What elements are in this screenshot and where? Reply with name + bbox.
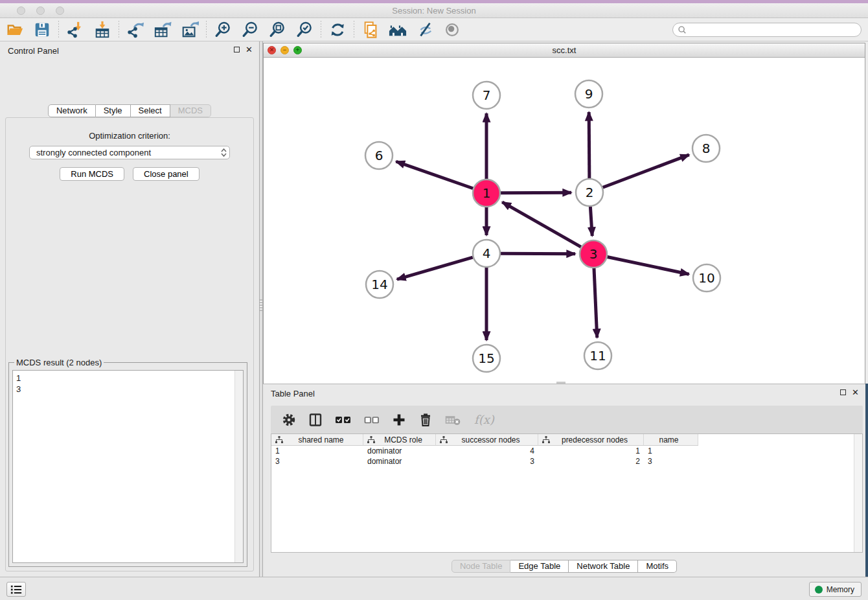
function-builder-button[interactable]: f(x) — [474, 413, 494, 426]
optimization-criterion-select[interactable]: strongly connected component — [29, 146, 230, 159]
column-header-successor-nodes[interactable]: successor nodes — [436, 434, 538, 446]
network-graph[interactable]: 7968124314101511 — [264, 58, 865, 384]
table-cell[interactable]: 4 — [436, 446, 538, 456]
edge-1-6[interactable] — [396, 161, 473, 189]
new-network-from-file-button[interactable] — [361, 20, 380, 40]
table-cell[interactable]: dominator — [363, 446, 436, 456]
tab-network[interactable]: Network — [48, 104, 96, 117]
desktop-edge-right — [865, 384, 868, 600]
network-file-icon — [361, 21, 380, 39]
column-header-label: MCDS role — [375, 435, 435, 444]
tab-motifs[interactable]: Motifs — [638, 560, 677, 573]
zoom-out-button[interactable] — [240, 20, 260, 40]
run-mcds-button[interactable]: Run MCDS — [60, 167, 124, 181]
zoom-selected-button[interactable] — [295, 20, 314, 40]
table-cell[interactable]: 3 — [644, 456, 698, 467]
delete-column-button[interactable] — [418, 413, 433, 427]
float-panel-icon[interactable] — [234, 47, 240, 52]
unselect-all-columns-button[interactable] — [364, 413, 380, 427]
show-task-history-button[interactable] — [6, 582, 26, 597]
tab-select[interactable]: Select — [131, 104, 170, 117]
attribute-tree-icon — [542, 436, 550, 443]
network-canvas[interactable]: 7968124314101511 — [264, 58, 865, 384]
export-network-button[interactable] — [126, 20, 145, 40]
tab-node-table[interactable]: Node Table — [451, 560, 511, 573]
table-cell[interactable]: 1 — [538, 446, 644, 456]
close-panel-button[interactable]: Close panel — [133, 167, 200, 181]
show-column-button[interactable] — [308, 413, 323, 427]
import-network-button[interactable] — [65, 20, 85, 40]
open-session-button[interactable] — [5, 20, 25, 40]
tab-network-table[interactable]: Network Table — [569, 560, 638, 573]
toolbar-separator — [206, 21, 207, 39]
export-image-button[interactable] — [180, 20, 200, 40]
close-table-panel-icon[interactable]: ✕ — [852, 389, 859, 396]
zoom-in-button[interactable] — [213, 20, 233, 40]
edge-2-3[interactable] — [590, 207, 592, 236]
attribute-tree-icon — [440, 436, 448, 443]
column-header-name[interactable]: name — [644, 434, 698, 446]
export-image-icon — [181, 21, 199, 39]
add-column-button[interactable] — [392, 413, 406, 427]
cyndex-browser-button[interactable] — [388, 20, 407, 40]
zoom-fit-button[interactable] — [268, 20, 287, 40]
import-network-icon — [66, 21, 84, 39]
result-scrollbar[interactable] — [234, 371, 243, 562]
selected-option-label: strongly connected component — [36, 148, 151, 157]
node-label-7: 7 — [483, 87, 491, 103]
float-table-panel-icon[interactable] — [840, 389, 846, 395]
status-bar: Memory — [0, 577, 868, 600]
table-panel: Table Panel ✕ — [263, 384, 865, 577]
export-table-button[interactable] — [153, 20, 172, 40]
hide-panel-eye-button[interactable] — [415, 20, 435, 40]
splitter-grip[interactable] — [260, 299, 262, 311]
table-row[interactable]: 1dominator411 — [271, 446, 862, 456]
attribute-tree-icon — [367, 436, 375, 443]
toolbar-separator — [119, 21, 119, 39]
table-body: 1dominator4113dominator323 — [271, 446, 862, 467]
import-table-button[interactable] — [93, 20, 112, 40]
plus-icon — [392, 413, 406, 427]
tab-style[interactable]: Style — [96, 104, 131, 117]
eye-icon — [443, 21, 461, 39]
refresh-view-button[interactable] — [328, 20, 347, 40]
edge-3-11[interactable] — [594, 268, 597, 338]
delete-table-button[interactable] — [445, 413, 462, 427]
table-cell[interactable]: 2 — [538, 456, 644, 467]
edge-3-10[interactable] — [608, 257, 689, 275]
session-title: Session: New Session — [0, 6, 868, 16]
select-all-columns-button[interactable] — [335, 413, 352, 427]
edge-3-1[interactable] — [502, 202, 581, 247]
table-options-gear-button[interactable] — [282, 413, 296, 427]
network-window-titlebar[interactable]: ✕ − + scc.txt — [264, 43, 865, 58]
edge-4-14[interactable] — [397, 257, 473, 279]
node-label-15: 15 — [478, 351, 494, 366]
memory-button[interactable]: Memory — [809, 582, 862, 597]
table-cell[interactable]: 1 — [271, 446, 363, 456]
edge-2-8[interactable] — [603, 155, 689, 187]
search-box[interactable] — [672, 23, 862, 37]
column-header-shared-name[interactable]: shared name — [271, 434, 363, 446]
edge-4-3[interactable] — [501, 253, 575, 254]
edge-2-9[interactable] — [589, 112, 589, 178]
tab-mcds[interactable]: MCDS — [170, 104, 211, 117]
table-cell[interactable]: 3 — [436, 456, 538, 467]
search-input[interactable] — [687, 24, 861, 36]
show-eye-button[interactable] — [442, 20, 462, 40]
mcds-result-textarea[interactable]: 1 3 — [12, 370, 244, 563]
table-cell[interactable]: dominator — [363, 456, 436, 467]
close-panel-icon[interactable]: ✕ — [246, 46, 253, 53]
edge-1-2[interactable] — [501, 192, 571, 193]
table-scrollbar[interactable] — [854, 434, 862, 552]
table-row[interactable]: 3dominator323 — [271, 456, 862, 467]
save-session-button[interactable] — [32, 20, 52, 40]
node-label-11: 11 — [589, 348, 606, 363]
table-tabs: Node TableEdge TableNetwork TableMotifs — [263, 560, 865, 573]
tab-edge-table[interactable]: Edge Table — [510, 560, 569, 573]
column-header-predecessor-nodes[interactable]: predecessor nodes — [538, 434, 644, 446]
column-header-label: predecessor nodes — [550, 435, 643, 444]
memory-status-icon — [815, 586, 823, 594]
column-header-MCDS-role[interactable]: MCDS role — [363, 434, 436, 446]
table-cell[interactable]: 1 — [644, 446, 698, 456]
table-cell[interactable]: 3 — [271, 456, 363, 467]
